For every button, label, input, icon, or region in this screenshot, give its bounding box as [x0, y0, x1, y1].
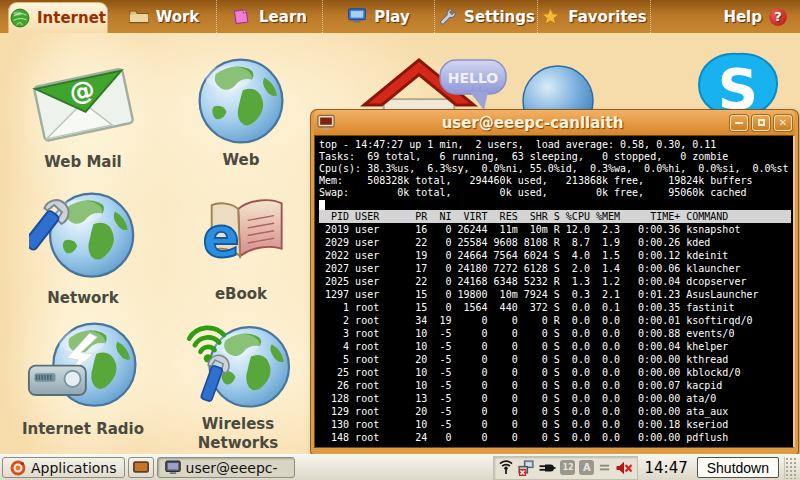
webmail-icon: @	[29, 56, 137, 148]
process-table-header: PID USER PR NI VIRT RES SHR S %CPU %MEM …	[319, 210, 791, 223]
taskbar-window-label: user@eeepc-	[186, 460, 278, 476]
book-icon	[232, 7, 252, 27]
tab-settings[interactable]: Settings	[434, 0, 537, 33]
launcher-label: eBook	[170, 285, 312, 304]
svg-text:e: e	[203, 205, 240, 269]
terminal-cursor-line	[319, 199, 791, 210]
launcher-network[interactable]: Network	[12, 188, 154, 308]
tab-internet[interactable]: Internet	[8, 2, 108, 33]
terminal-icon	[317, 114, 335, 131]
tab-favorites[interactable]: Favorites	[537, 0, 651, 33]
window-title: user@eeepc-canllaith	[339, 114, 726, 132]
globe-icon	[10, 8, 30, 28]
help-label: Help	[723, 8, 762, 26]
ebook-icon: e	[189, 190, 293, 280]
launcher-internet-radio[interactable]: Internet Radio	[2, 320, 164, 439]
taskbar: Applications user@eeepc-	[0, 454, 800, 480]
tab-label: Internet	[37, 9, 106, 27]
web-globe-icon	[196, 56, 286, 146]
mixer-icon[interactable]	[598, 461, 611, 474]
volume-muted-icon[interactable]	[615, 460, 633, 476]
launcher-label: Web	[170, 151, 312, 170]
desktop: Internet Work Learn Play Settings	[0, 0, 800, 480]
hello-bubble-text: HELLO	[448, 70, 499, 86]
tab-learn[interactable]: Learn	[216, 0, 322, 33]
tab-work[interactable]: Work	[112, 0, 216, 33]
applications-button[interactable]: Applications	[2, 457, 125, 478]
network-icon	[29, 188, 137, 284]
tab-label: Play	[374, 8, 410, 26]
applications-label: Applications	[31, 460, 117, 476]
category-tabbar: Internet Work Learn Play Settings	[0, 0, 800, 33]
maximize-button[interactable]	[752, 115, 770, 131]
terminal-summary: top - 14:47:27 up 1 min, 2 users, load a…	[319, 139, 791, 199]
folder-icon	[129, 7, 149, 27]
launcher-label: Wireless Networks	[178, 415, 298, 453]
shutdown-button[interactable]: Shutdown	[697, 457, 779, 478]
terminal-screen[interactable]: top - 14:47:27 up 1 min, 2 users, load a…	[314, 135, 795, 448]
taskbar-grip[interactable]	[784, 457, 798, 479]
launcher-web[interactable]: Web	[170, 56, 312, 170]
terminal-window[interactable]: user@eeepc-canllaith ✕ top - 14:47:27 up…	[311, 110, 798, 454]
wireless-signal-icon[interactable]	[498, 460, 514, 476]
tab-play[interactable]: Play	[322, 0, 434, 33]
process-table-rows: 2019 user 16 0 26244 11m 10m R 12.0 2.3 …	[319, 223, 791, 444]
applications-logo-icon	[10, 460, 26, 476]
language-indicator-icon[interactable]: A	[579, 460, 594, 475]
launcher-wireless-networks[interactable]: Wireless Networks	[178, 318, 298, 453]
help-question-icon: ?	[769, 8, 787, 26]
wrench-icon	[437, 7, 457, 27]
show-desktop-icon	[133, 461, 149, 474]
network-disconnected-icon[interactable]	[518, 460, 534, 476]
internet-radio-icon	[27, 320, 139, 415]
tab-label: Learn	[259, 8, 307, 26]
tab-label: Work	[156, 8, 200, 26]
help-button[interactable]: Help ?	[723, 0, 800, 33]
terminal-icon	[165, 460, 181, 475]
launcher-label: Internet Radio	[2, 420, 164, 439]
terminal-cursor	[319, 200, 325, 210]
star-icon	[541, 7, 561, 27]
keyboard-indicator-icon[interactable]: 12	[560, 460, 575, 475]
terminal-titlebar[interactable]: user@eeepc-canllaith ✕	[314, 110, 795, 135]
minimize-button[interactable]	[730, 115, 748, 131]
taskbar-window-button[interactable]: user@eeepc-	[157, 457, 295, 478]
system-tray: 12 A	[494, 457, 637, 479]
launcher-label: Web Mail	[12, 153, 154, 172]
play-icon	[347, 7, 367, 27]
launcher-web-mail[interactable]: @ Web Mail	[12, 56, 154, 172]
taskbar-clock: 14:47	[644, 459, 687, 477]
launcher-ebook[interactable]: e eBook	[170, 190, 312, 304]
close-button[interactable]: ✕	[774, 115, 792, 131]
launcher-label: Network	[12, 289, 154, 308]
wireless-networks-icon	[185, 318, 291, 410]
power-plug-icon[interactable]	[538, 460, 556, 476]
tab-label: Settings	[464, 8, 535, 26]
tab-label: Favorites	[568, 8, 646, 26]
show-desktop-button[interactable]	[128, 457, 154, 478]
